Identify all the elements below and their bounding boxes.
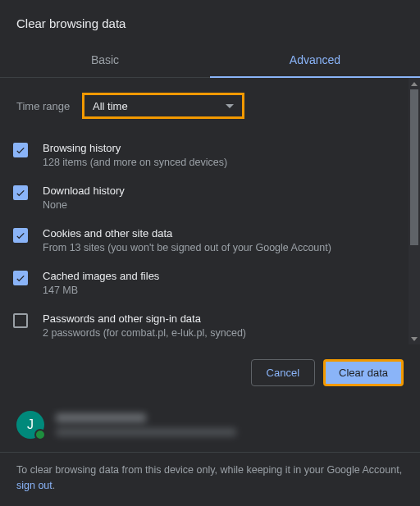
option-row: Download historyNone [13, 176, 407, 219]
time-range-select[interactable]: All time [82, 93, 244, 119]
option-row: Passwords and other sign-in data2 passwo… [13, 304, 407, 344]
footer-note: To clear browsing data from this device … [0, 453, 420, 506]
time-range-value: All time [93, 100, 128, 112]
clear-data-button[interactable]: Clear data [323, 359, 404, 386]
scrollbar-thumb[interactable] [410, 89, 418, 245]
option-title: Cached images and files [43, 270, 407, 282]
scroll-down-icon[interactable] [409, 333, 420, 344]
option-row: Browsing history128 items (and more on s… [13, 134, 407, 176]
option-desc: 2 passwords (for combat.pl, e-luk.pl, sy… [43, 327, 407, 339]
option-title: Cookies and other site data [43, 227, 407, 239]
checkbox[interactable] [13, 185, 28, 200]
option-row: Cookies and other site dataFrom 13 sites… [13, 219, 407, 262]
tab-advanced[interactable]: Advanced [210, 43, 420, 77]
sign-out-link[interactable]: sign out [16, 480, 52, 491]
checkbox[interactable] [13, 313, 28, 328]
option-row: Cached images and files147 MB [13, 262, 407, 304]
tab-basic[interactable]: Basic [0, 43, 210, 77]
option-desc: None [43, 199, 407, 211]
sync-badge-icon [34, 429, 46, 440]
checkbox[interactable] [13, 228, 28, 243]
account-row: J [0, 401, 420, 452]
option-desc: 128 items (and more on synced devices) [43, 157, 407, 168]
dialog-buttons: Cancel Clear data [0, 344, 420, 401]
options-list: Browsing history128 items (and more on s… [0, 134, 420, 344]
option-desc: From 13 sites (you won't be signed out o… [43, 242, 407, 253]
cancel-button[interactable]: Cancel [251, 359, 315, 386]
scrollbar[interactable] [409, 78, 420, 344]
option-title: Passwords and other sign-in data [43, 312, 407, 325]
footer-text: To clear browsing data from this device … [16, 464, 402, 476]
scroll-content: Time range All time Browsing history128 … [0, 78, 420, 344]
avatar: J [16, 411, 44, 439]
scroll-up-icon[interactable] [409, 78, 420, 89]
account-info-redacted [56, 413, 236, 436]
checkbox[interactable] [13, 143, 28, 157]
footer-text-end: . [52, 480, 55, 491]
time-range-label: Time range [16, 100, 82, 112]
option-title: Download history [43, 185, 407, 197]
tabs: Basic Advanced [0, 43, 420, 78]
option-desc: 147 MB [43, 285, 407, 296]
option-title: Browsing history [43, 142, 407, 154]
avatar-initial: J [27, 417, 34, 432]
checkbox[interactable] [13, 271, 28, 285]
chevron-down-icon [226, 104, 234, 108]
dialog-title: Clear browsing data [0, 0, 420, 43]
